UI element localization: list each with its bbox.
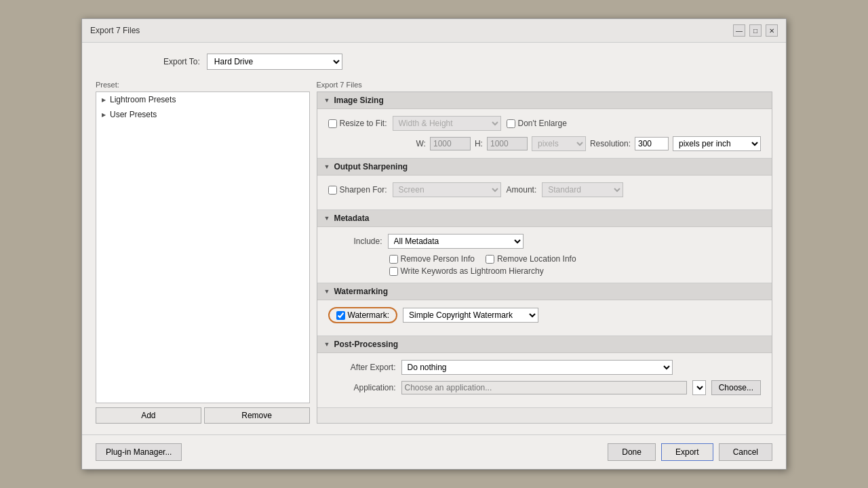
maximize-button[interactable]: □ <box>749 24 762 37</box>
preset-label-lightroom: Lightroom Presets <box>110 95 176 104</box>
export-to-select[interactable]: Hard Drive <box>207 54 342 70</box>
output-sharpening-header[interactable]: ▼ Output Sharpening <box>317 159 772 176</box>
unit-select[interactable]: pixels <box>532 136 586 151</box>
image-sizing-header[interactable]: ▼ Image Sizing <box>317 92 772 109</box>
width-input[interactable] <box>430 137 471 150</box>
resolution-unit-select[interactable]: pixels per inch <box>673 136 761 151</box>
footer-left: Plug-in Manager... <box>96 443 182 461</box>
export-dialog: Export 7 Files — □ ✕ Export To: Hard Dri… <box>81 18 787 470</box>
after-export-label: After Export: <box>328 363 396 372</box>
preset-arrow-lightroom: ▶ <box>102 97 106 103</box>
footer-right: Done Export Cancel <box>608 443 772 461</box>
output-sharpening-section: ▼ Output Sharpening Sharpen For: Screen <box>317 159 772 210</box>
write-keywords-text: Write Keywords as Lightroom Hierarchy <box>401 266 544 276</box>
metadata-section: ▼ Metadata Include: All Metadata <box>317 210 772 283</box>
metadata-arrow: ▼ <box>324 215 330 222</box>
include-label: Include: <box>328 237 382 246</box>
watermarking-arrow: ▼ <box>324 288 330 295</box>
right-panel: Export 7 Files ▼ Image Sizing Re <box>317 81 773 424</box>
watermarking-header[interactable]: ▼ Watermarking <box>317 283 772 300</box>
write-keywords-checkbox[interactable] <box>389 267 398 276</box>
watermark-row: Watermark: Simple Copyright Watermark <box>328 307 762 323</box>
preset-list: ▶ Lightroom Presets ▶ User Presets <box>96 92 310 403</box>
choose-button[interactable]: Choose... <box>711 380 761 395</box>
post-processing-title: Post-Processing <box>334 340 398 349</box>
sharpen-checkbox[interactable] <box>328 186 337 195</box>
minimize-button[interactable]: — <box>733 24 745 37</box>
resize-row: Resize to Fit: Width & Height Don't Enla… <box>328 116 762 131</box>
watermarking-title: Watermarking <box>334 287 388 296</box>
image-sizing-title: Image Sizing <box>334 96 383 105</box>
height-input[interactable] <box>487 137 528 150</box>
application-label: Application: <box>328 383 396 392</box>
plugin-manager-button[interactable]: Plug-in Manager... <box>96 443 182 461</box>
post-processing-header[interactable]: ▼ Post-Processing <box>317 336 772 353</box>
resize-option-select[interactable]: Width & Height <box>393 116 501 131</box>
dialog-footer: Plug-in Manager... Done Export Cancel <box>82 434 786 469</box>
export-to-label: Export To: <box>163 57 200 66</box>
right-panel-title: Export 7 Files <box>317 81 773 89</box>
application-row: Application: Choose... <box>328 380 762 395</box>
dont-enlarge-text: Don't Enlarge <box>518 119 567 128</box>
metadata-header[interactable]: ▼ Metadata <box>317 210 772 227</box>
preset-item-lightroom[interactable]: ▶ Lightroom Presets <box>96 92 309 107</box>
remove-preset-button[interactable]: Remove <box>204 407 310 424</box>
title-bar: Export 7 Files — □ ✕ <box>82 19 786 43</box>
done-button[interactable]: Done <box>608 443 656 461</box>
resize-checkbox[interactable] <box>328 119 337 128</box>
remove-location-text: Remove Location Info <box>497 254 576 264</box>
resize-checkbox-label[interactable]: Resize to Fit: <box>328 119 387 128</box>
amount-label: Amount: <box>507 185 537 195</box>
remove-location-checkbox[interactable] <box>486 255 494 264</box>
remove-person-checkbox[interactable] <box>389 255 398 264</box>
metadata-checkboxes: Remove Person Info Remove Location Info <box>328 254 762 276</box>
sharpen-row: Sharpen For: Screen Amount: Standard <box>328 182 762 197</box>
preset-buttons: Add Remove <box>96 407 310 424</box>
sharpen-checkbox-label[interactable]: Sharpen For: <box>328 185 387 195</box>
close-button[interactable]: ✕ <box>766 24 778 37</box>
preset-item-user[interactable]: ▶ User Presets <box>96 107 309 122</box>
watermark-checkbox[interactable] <box>336 311 345 320</box>
sharpen-option-select[interactable]: Screen <box>393 182 501 197</box>
w-label: W: <box>416 139 426 148</box>
image-sizing-section: ▼ Image Sizing Resize to Fit: Width & H <box>317 92 772 159</box>
left-panel: Preset: ▶ Lightroom Presets ▶ User Prese… <box>96 81 310 424</box>
image-sizing-body: Resize to Fit: Width & Height Don't Enla… <box>317 109 772 158</box>
write-keywords-label[interactable]: Write Keywords as Lightroom Hierarchy <box>389 266 544 276</box>
remove-location-label[interactable]: Remove Location Info <box>486 254 576 264</box>
add-preset-button[interactable]: Add <box>96 407 201 424</box>
export-to-row: Export To: Hard Drive <box>96 54 772 70</box>
after-export-select[interactable]: Do nothing <box>401 360 673 375</box>
dont-enlarge-label[interactable]: Don't Enlarge <box>507 119 567 128</box>
after-export-row: After Export: Do nothing <box>328 360 762 375</box>
right-content: ▼ Image Sizing Resize to Fit: Width & H <box>317 92 773 424</box>
dont-enlarge-checkbox[interactable] <box>507 119 515 128</box>
watermarking-section: ▼ Watermarking Watermark: Simple Copyri <box>317 283 772 336</box>
application-input <box>401 381 687 394</box>
watermark-label: Watermark: <box>348 310 390 320</box>
h-label: H: <box>475 139 483 148</box>
remove-person-label[interactable]: Remove Person Info <box>389 254 475 264</box>
cancel-button[interactable]: Cancel <box>719 443 772 461</box>
post-processing-section: ▼ Post-Processing After Export: Do nothi… <box>317 336 772 408</box>
metadata-body: Include: All Metadata Remove Person Info <box>317 227 772 283</box>
watermark-select[interactable]: Simple Copyright Watermark <box>403 308 538 323</box>
watermarking-body: Watermark: Simple Copyright Watermark <box>317 300 772 336</box>
application-dropdown[interactable] <box>692 380 706 395</box>
include-row: Include: All Metadata <box>328 234 762 249</box>
dialog-body: Export To: Hard Drive Preset: ▶ Lightroo… <box>82 43 786 434</box>
include-select[interactable]: All Metadata <box>388 234 524 249</box>
output-sharpening-body: Sharpen For: Screen Amount: Standard <box>317 176 772 209</box>
image-sizing-arrow: ▼ <box>324 97 330 104</box>
dialog-title: Export 7 Files <box>90 26 140 35</box>
watermark-circle-highlight: Watermark: <box>328 307 398 323</box>
window-controls: — □ ✕ <box>733 24 778 37</box>
wh-row: W: H: pixels Resolution: pixel <box>328 136 762 151</box>
post-processing-arrow: ▼ <box>324 341 330 348</box>
main-area: Preset: ▶ Lightroom Presets ▶ User Prese… <box>96 81 772 424</box>
amount-select[interactable]: Standard <box>542 182 623 197</box>
export-button[interactable]: Export <box>661 443 713 461</box>
sharpen-label-text: Sharpen For: <box>340 185 387 195</box>
resolution-input[interactable] <box>635 137 669 150</box>
metadata-row-2: Write Keywords as Lightroom Hierarchy <box>389 266 762 276</box>
